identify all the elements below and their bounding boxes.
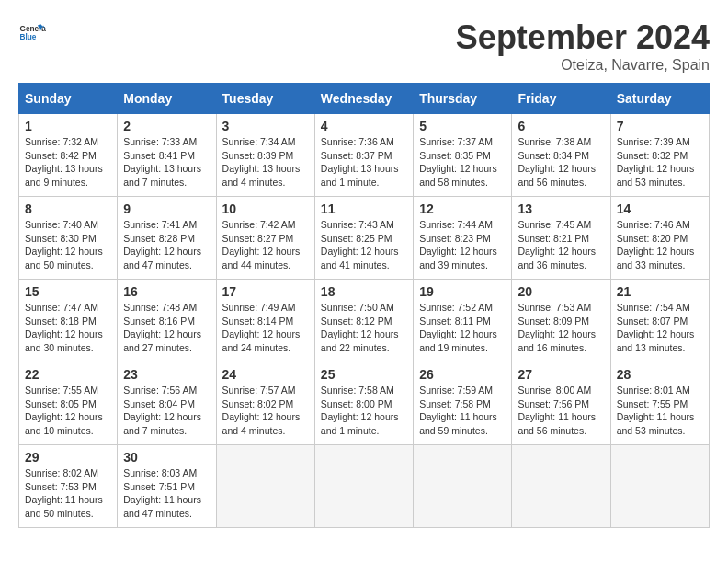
calendar-cell: 22Sunrise: 7:55 AMSunset: 8:05 PMDayligh… [19,362,118,445]
day-detail: Sunrise: 7:33 AMSunset: 8:41 PMDaylight:… [123,135,210,190]
svg-text:Blue: Blue [20,33,37,41]
day-number: 26 [419,367,506,382]
day-number: 15 [25,284,111,299]
calendar-cell [610,445,709,528]
calendar-cell: 15Sunrise: 7:47 AMSunset: 8:18 PMDayligh… [19,280,118,362]
calendar-week-row: 1Sunrise: 7:32 AMSunset: 8:42 PMDaylight… [19,114,710,197]
day-number: 6 [518,119,604,133]
calendar-cell: 6Sunrise: 7:38 AMSunset: 8:34 PMDaylight… [512,114,610,197]
day-detail: Sunrise: 7:54 AMSunset: 8:07 PMDaylight:… [617,301,703,355]
calendar-cell: 30Sunrise: 8:03 AMSunset: 7:51 PMDayligh… [118,445,216,528]
day-detail: Sunrise: 8:00 AMSunset: 7:56 PMDaylight:… [518,384,604,438]
day-detail: Sunrise: 8:01 AMSunset: 7:55 PMDaylight:… [617,384,703,438]
column-header-sunday: Sunday [19,84,118,114]
day-detail: Sunrise: 7:58 AMSunset: 8:00 PMDaylight:… [321,384,407,438]
calendar-cell: 1Sunrise: 7:32 AMSunset: 8:42 PMDaylight… [19,114,118,197]
day-number: 14 [617,201,703,216]
page-header: General Blue September 2024 Oteiza, Nava… [18,18,710,74]
day-number: 21 [617,284,703,299]
calendar-week-row: 15Sunrise: 7:47 AMSunset: 8:18 PMDayligh… [19,280,710,362]
calendar-week-row: 22Sunrise: 7:55 AMSunset: 8:05 PMDayligh… [19,362,710,445]
calendar-cell: 29Sunrise: 8:02 AMSunset: 7:53 PMDayligh… [19,445,118,528]
calendar-cell: 14Sunrise: 7:46 AMSunset: 8:20 PMDayligh… [610,197,709,280]
calendar-cell [414,445,512,528]
day-number: 28 [617,367,703,382]
day-number: 30 [123,450,210,465]
day-number: 20 [518,284,604,299]
calendar-table: SundayMondayTuesdayWednesdayThursdayFrid… [18,83,710,528]
day-detail: Sunrise: 7:32 AMSunset: 8:42 PMDaylight:… [25,135,111,190]
day-detail: Sunrise: 7:52 AMSunset: 8:11 PMDaylight:… [419,301,506,355]
day-detail: Sunrise: 7:37 AMSunset: 8:35 PMDaylight:… [419,135,506,190]
calendar-cell: 23Sunrise: 7:56 AMSunset: 8:04 PMDayligh… [118,362,216,445]
day-number: 1 [25,119,111,133]
calendar-cell [216,445,314,528]
day-detail: Sunrise: 7:45 AMSunset: 8:21 PMDaylight:… [518,218,604,272]
day-detail: Sunrise: 7:42 AMSunset: 8:27 PMDaylight:… [222,218,309,272]
day-number: 22 [25,367,111,382]
column-header-monday: Monday [118,84,216,114]
day-number: 13 [518,201,604,216]
day-detail: Sunrise: 7:40 AMSunset: 8:30 PMDaylight:… [25,218,111,272]
column-header-thursday: Thursday [414,84,512,114]
day-number: 8 [25,201,111,216]
day-number: 25 [321,367,407,382]
day-number: 18 [321,284,407,299]
calendar-cell: 26Sunrise: 7:59 AMSunset: 7:58 PMDayligh… [414,362,512,445]
day-detail: Sunrise: 7:57 AMSunset: 8:02 PMDaylight:… [222,384,309,438]
day-detail: Sunrise: 8:02 AMSunset: 7:53 PMDaylight:… [25,466,111,521]
calendar-cell: 9Sunrise: 7:41 AMSunset: 8:28 PMDaylight… [118,197,216,280]
calendar-cell: 3Sunrise: 7:34 AMSunset: 8:39 PMDaylight… [216,114,314,197]
day-number: 7 [617,119,703,133]
column-header-friday: Friday [512,84,610,114]
column-header-tuesday: Tuesday [216,84,314,114]
logo: General Blue [18,18,46,46]
day-number: 5 [419,119,506,133]
day-number: 4 [321,119,407,133]
day-detail: Sunrise: 7:38 AMSunset: 8:34 PMDaylight:… [518,135,604,190]
calendar-week-row: 8Sunrise: 7:40 AMSunset: 8:30 PMDaylight… [19,197,710,280]
day-detail: Sunrise: 7:41 AMSunset: 8:28 PMDaylight:… [123,218,210,272]
calendar-cell: 24Sunrise: 7:57 AMSunset: 8:02 PMDayligh… [216,362,314,445]
calendar-cell: 27Sunrise: 8:00 AMSunset: 7:56 PMDayligh… [512,362,610,445]
day-detail: Sunrise: 7:43 AMSunset: 8:25 PMDaylight:… [321,218,407,272]
logo-icon: General Blue [18,18,46,46]
day-number: 27 [518,367,604,382]
day-number: 11 [321,201,407,216]
day-number: 12 [419,201,506,216]
calendar-cell: 7Sunrise: 7:39 AMSunset: 8:32 PMDaylight… [610,114,709,197]
calendar-week-row: 29Sunrise: 8:02 AMSunset: 7:53 PMDayligh… [19,445,710,528]
calendar-cell: 11Sunrise: 7:43 AMSunset: 8:25 PMDayligh… [314,197,413,280]
calendar-cell: 5Sunrise: 7:37 AMSunset: 8:35 PMDaylight… [414,114,512,197]
day-number: 9 [123,201,210,216]
calendar-cell: 20Sunrise: 7:53 AMSunset: 8:09 PMDayligh… [512,280,610,362]
calendar-cell: 21Sunrise: 7:54 AMSunset: 8:07 PMDayligh… [610,280,709,362]
location-subtitle: Oteiza, Navarre, Spain [456,57,710,74]
day-detail: Sunrise: 7:53 AMSunset: 8:09 PMDaylight:… [518,301,604,355]
column-header-saturday: Saturday [610,84,709,114]
day-detail: Sunrise: 7:56 AMSunset: 8:04 PMDaylight:… [123,384,210,438]
day-detail: Sunrise: 7:34 AMSunset: 8:39 PMDaylight:… [222,135,309,190]
day-detail: Sunrise: 7:46 AMSunset: 8:20 PMDaylight:… [617,218,703,272]
day-number: 19 [419,284,506,299]
title-section: September 2024 Oteiza, Navarre, Spain [456,18,710,74]
day-number: 17 [222,284,309,299]
day-detail: Sunrise: 7:39 AMSunset: 8:32 PMDaylight:… [617,135,703,190]
calendar-cell: 25Sunrise: 7:58 AMSunset: 8:00 PMDayligh… [314,362,413,445]
calendar-cell [512,445,610,528]
column-header-wednesday: Wednesday [314,84,413,114]
day-number: 23 [123,367,210,382]
month-title: September 2024 [456,18,710,57]
calendar-cell: 2Sunrise: 7:33 AMSunset: 8:41 PMDaylight… [118,114,216,197]
day-detail: Sunrise: 7:47 AMSunset: 8:18 PMDaylight:… [25,301,111,355]
day-detail: Sunrise: 7:59 AMSunset: 7:58 PMDaylight:… [419,384,506,438]
calendar-cell: 19Sunrise: 7:52 AMSunset: 8:11 PMDayligh… [414,280,512,362]
day-number: 16 [123,284,210,299]
day-number: 24 [222,367,309,382]
calendar-header-row: SundayMondayTuesdayWednesdayThursdayFrid… [19,84,710,114]
calendar-cell [314,445,413,528]
day-detail: Sunrise: 7:50 AMSunset: 8:12 PMDaylight:… [321,301,407,355]
day-number: 10 [222,201,309,216]
day-detail: Sunrise: 7:36 AMSunset: 8:37 PMDaylight:… [321,135,407,190]
calendar-cell: 17Sunrise: 7:49 AMSunset: 8:14 PMDayligh… [216,280,314,362]
